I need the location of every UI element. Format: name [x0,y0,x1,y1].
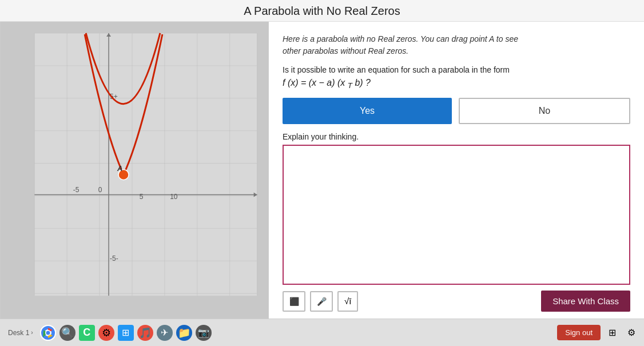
share-with-class-button[interactable]: Share With Class [541,291,630,312]
svg-text:10: 10 [170,193,178,201]
text-area-container[interactable] [283,145,630,285]
right-panel: Here is a parabola with no Real zeros. Y… [269,22,644,319]
search-icon[interactable]: 🔍 [59,325,75,341]
svg-text:A: A [117,164,122,173]
svg-text:-5: -5 [73,186,79,194]
description-text: Here is a parabola with no Real zeros. Y… [283,33,630,57]
mic-tool-button[interactable]: 🎤 [310,291,333,312]
svg-point-33 [46,331,50,335]
mic-icon: 🎤 [317,297,327,306]
yes-button[interactable]: Yes [283,98,452,124]
explanation-input[interactable] [284,146,629,284]
windows-icon[interactable]: ⊞ [604,325,620,341]
graph-panel: 0 -5 5 10 5+ -5- A [0,22,269,319]
taskbar: Desk 1 › 🔍 C ⚙ ⊞ 🎵 ✈ 📁 [0,319,644,346]
main-content: 0 -5 5 10 5+ -5- A Here is a parabola wi… [0,22,644,319]
settings-icon[interactable]: ⚙ [623,325,639,341]
c-app-icon[interactable]: C [79,325,95,341]
folder-icon[interactable]: 📁 [176,325,192,341]
explain-label: Explain your thinking. [283,132,630,141]
plane-icon[interactable]: ✈ [157,325,173,341]
question-text: Is it possible to write an equation for … [283,65,630,74]
image-icon: ⬛ [289,297,299,306]
answer-buttons: Yes No [283,98,630,124]
sqrt-tool-button[interactable]: √ī [337,291,358,312]
equation-display: f (x) = (x − a) (x T b) ? [283,78,630,90]
wave-icon[interactable]: 🎵 [137,325,153,341]
toolbar-row: ⬛ 🎤 √ī Share With Class [283,291,630,312]
svg-rect-1 [34,33,257,296]
sign-out-button[interactable]: Sign out [557,325,601,340]
no-button[interactable]: No [459,98,630,124]
camera-icon[interactable]: 📷 [196,325,212,341]
graph-svg: 0 -5 5 10 5+ -5- A [0,22,269,319]
svg-text:-5-: -5- [110,254,118,263]
desk-label[interactable]: Desk 1 › [5,327,37,339]
sqrt-label: √ī [344,296,351,306]
svg-text:0: 0 [98,186,102,194]
gear-icon[interactable]: ⚙ [98,325,114,341]
grid-icon[interactable]: ⊞ [118,325,134,341]
svg-text:5: 5 [140,193,144,201]
desk-chevron-icon: › [31,329,33,336]
page-title: A Parabola with No Real Zeros [0,0,644,22]
image-tool-button[interactable]: ⬛ [283,291,305,312]
chrome-icon[interactable] [40,325,56,341]
